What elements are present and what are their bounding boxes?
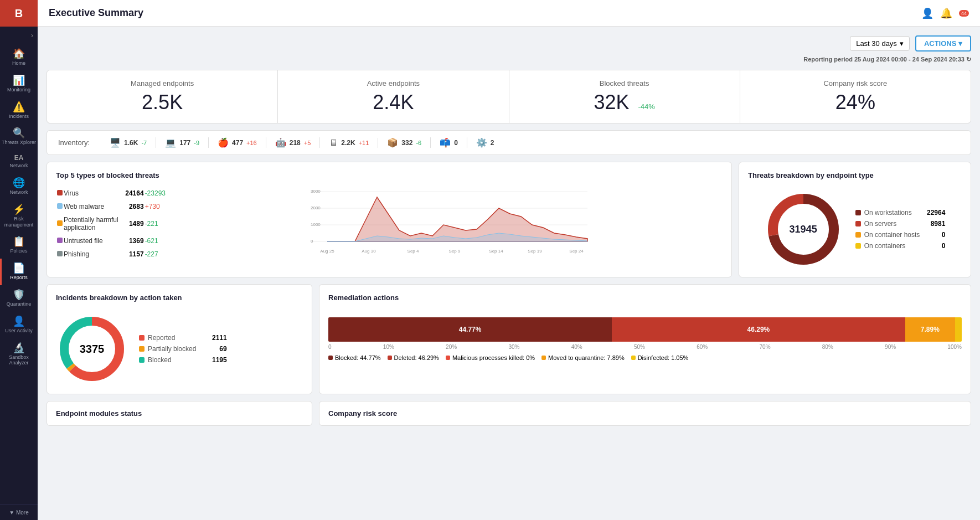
home-icon: 🏠 [13, 49, 25, 59]
inventory-item-container: 📦 332 -6 [378, 137, 431, 148]
breakdown-count: 8981 [923, 220, 945, 228]
container-icon: 📦 [387, 137, 398, 148]
threat-name: Web malware [64, 200, 124, 213]
inv-delta: +5 [304, 140, 311, 146]
inv-count: 0 [454, 139, 458, 147]
threats-chart-title: Top 5 types of blocked threats [56, 171, 723, 179]
kpi-label: Managed endpoints [58, 79, 266, 87]
sidebar-item-incidents[interactable]: ⚠️ Incidents [0, 97, 38, 124]
bar-segment-blocked: 44.77% [328, 317, 612, 342]
content-area: Last 30 days ▾ ACTIONS ▾ Reporting perio… [38, 27, 980, 520]
threat-count: 1489 [125, 214, 143, 234]
legend-name: Blocked [148, 356, 209, 364]
actions-button[interactable]: ACTIONS ▾ [915, 35, 971, 52]
inv-count: 2.2K [341, 139, 355, 147]
sidebar-item-label: Quarantine [7, 301, 32, 307]
axis-label: 100% [947, 344, 962, 350]
stacked-bar-container: 44.77% 46.29% 7.89% 0 10% 20% 30% 40% 50… [328, 317, 962, 350]
color-swatch [631, 356, 636, 360]
incidents-donut: 3375 [56, 313, 128, 385]
bell-icon[interactable]: 🔔 [940, 7, 952, 19]
breakdown-list: On workstations 22964 On servers 8981 On… [855, 207, 946, 251]
color-swatch [446, 356, 450, 360]
laptop-icon: 💻 [165, 137, 176, 148]
threat-delta: +730 [145, 200, 166, 213]
legend-label: Disinfected: 1.05% [638, 354, 689, 361]
user-icon: 👤 [13, 316, 25, 326]
svg-text:Aug 30: Aug 30 [362, 249, 376, 254]
sidebar-item-threats-xplorer[interactable]: 🔍 Threats Xplorer [0, 123, 38, 150]
sidebar-item-network[interactable]: 🌐 Network [0, 173, 38, 200]
inv-delta: -6 [416, 140, 421, 146]
inv-delta: +11 [359, 140, 369, 146]
threats-chart-card: Top 5 types of blocked threats Virus 241… [47, 162, 732, 277]
color-swatch [57, 220, 63, 226]
axis-label: 40% [571, 344, 582, 350]
svg-text:1000: 1000 [311, 222, 321, 227]
inv-count: 332 [401, 139, 412, 147]
table-row: Phishing 1157 -227 [57, 248, 166, 260]
sidebar-collapse-button[interactable]: › [0, 27, 38, 44]
inventory-item-windows: 🖥️ 1.6K -7 [101, 137, 156, 148]
sidebar-item-sandbox-analyzer[interactable]: 🔬 Sandbox Analyzer [0, 338, 38, 371]
color-swatch [139, 357, 145, 363]
reporting-period-label: Reporting period [803, 56, 853, 63]
svg-text:Sep 4: Sep 4 [408, 249, 419, 254]
legend-item: Reported 2111 [139, 332, 227, 343]
user-icon[interactable]: 👤 [921, 7, 933, 19]
sidebar-item-reports[interactable]: 📄 Reports [0, 259, 38, 285]
legend-item: Deleted: 46.29% [388, 354, 439, 361]
toolbar-row: Last 30 days ▾ ACTIONS ▾ [47, 35, 971, 52]
color-swatch [57, 203, 63, 209]
bar-legend: Blocked: 44.77% Deleted: 46.29% Maliciou… [328, 354, 962, 361]
sidebar-more-button[interactable]: ▼ More [0, 504, 38, 520]
legend-count: 2111 [212, 334, 227, 342]
svg-text:Aug 25: Aug 25 [320, 249, 334, 254]
svg-text:Sep 9: Sep 9 [449, 249, 461, 254]
remediation-title: Remediation actions [328, 294, 962, 302]
date-range-select[interactable]: Last 30 days ▾ [850, 36, 910, 51]
axis-label: 20% [446, 344, 457, 350]
chevron-down-icon: ▾ [900, 39, 904, 48]
threat-delta: -227 [145, 248, 166, 260]
axis-label: 50% [634, 344, 645, 350]
sidebar-item-label: Sandbox Analyzer [0, 354, 38, 367]
kpi-label: Blocked threats [520, 79, 729, 87]
refresh-icon[interactable]: ↻ [966, 56, 971, 63]
breakdown-name: On workstations [864, 209, 920, 217]
monitoring-icon: 📊 [13, 75, 25, 85]
svg-text:2000: 2000 [311, 205, 321, 210]
sidebar-item-user-activity[interactable]: 👤 User Activity [0, 312, 38, 338]
sandbox-icon: 🔬 [13, 343, 25, 353]
sidebar-item-policies[interactable]: 📋 Policies [0, 232, 38, 259]
remediation-content: 44.77% 46.29% 7.89% 0 10% 20% 30% 40% 50… [328, 308, 962, 361]
sidebar-item-quarantine[interactable]: 🛡️ Quarantine [0, 285, 38, 312]
chevron-right-icon: › [31, 32, 33, 39]
inventory-item-apple: 🍎 477 +16 [209, 137, 266, 148]
legend-name: Partially blocked [148, 345, 216, 353]
breakdown-name: On servers [864, 220, 920, 228]
color-swatch [388, 356, 392, 360]
breakdown-name: On container hosts [864, 231, 920, 239]
more-label: ▼ More [9, 509, 28, 516]
kpi-delta: -44% [638, 102, 654, 111]
sidebar-item-monitoring[interactable]: 📊 Monitoring [0, 71, 38, 97]
sidebar-item-home[interactable]: 🏠 Home [0, 44, 38, 71]
legend-count: 69 [219, 345, 226, 353]
threat-delta: -23293 [145, 187, 166, 199]
android-icon: 🤖 [275, 137, 286, 148]
axis-label: 0 [328, 344, 332, 350]
sidebar-item-network-ea[interactable]: EA Network [0, 150, 38, 173]
color-swatch [57, 238, 63, 243]
axis-label: 70% [760, 344, 771, 350]
sidebar-item-risk-management[interactable]: ⚡ Risk management [0, 200, 38, 233]
sidebar-item-label: Home [12, 60, 25, 66]
risk-icon: ⚡ [13, 204, 25, 214]
breakdown-count: 22964 [923, 209, 945, 217]
area-chart-container: 3000 2000 1000 0 Aug 25 Aug 30 Sep 4 [176, 186, 723, 261]
inventory-label: Inventory: [58, 138, 90, 147]
legend-label: Moved to quarantine: 7.89% [548, 354, 625, 361]
color-swatch [139, 335, 145, 341]
breakdown-count: 0 [923, 231, 945, 239]
axis-label: 90% [885, 344, 896, 350]
